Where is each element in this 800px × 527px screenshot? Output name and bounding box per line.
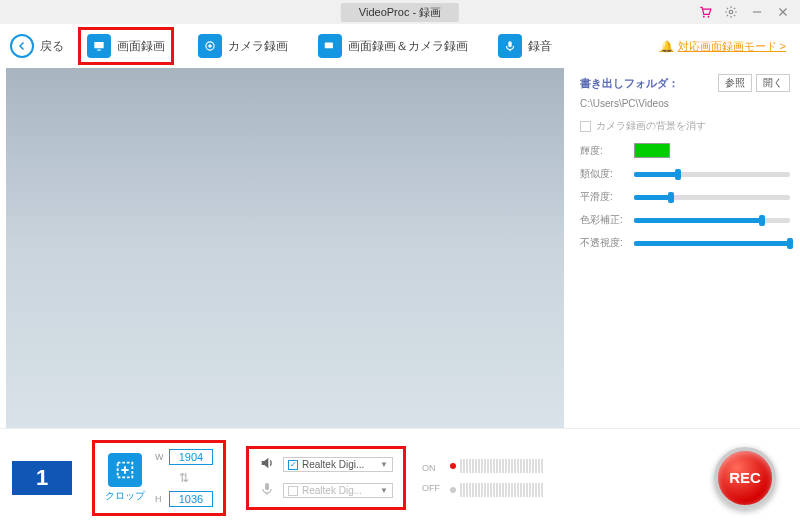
width-value[interactable]: 1904: [169, 449, 213, 465]
svg-rect-12: [508, 41, 512, 47]
crop-icon: [108, 453, 142, 487]
slider-row: 輝度:: [580, 143, 790, 158]
on-label: ON: [422, 463, 440, 473]
slider-label: 不透視度:: [580, 236, 626, 250]
checkbox-icon: [580, 121, 591, 132]
off-label: OFF: [422, 483, 440, 493]
speaker-checkbox-icon: ✓: [288, 460, 298, 470]
slider-label: 平滑度:: [580, 190, 626, 204]
browse-button[interactable]: 参照: [718, 74, 752, 92]
mic-device-label: Realtek Dig...: [302, 485, 380, 496]
main-area: 書き出しフォルダ： 参照 開く C:\Users\PC\Videos カメラ録画…: [0, 68, 800, 428]
svg-point-2: [729, 10, 733, 14]
crop-label: クロップ: [105, 489, 145, 503]
gear-icon[interactable]: [722, 3, 740, 21]
titlebar-controls: [696, 3, 800, 21]
mode-camera[interactable]: カメラ録画: [192, 27, 294, 65]
slider-track[interactable]: [634, 195, 790, 200]
onoff-labels: ON OFF: [422, 463, 440, 493]
minimize-icon[interactable]: [748, 3, 766, 21]
slider-label: 色彩補正:: [580, 213, 626, 227]
chevron-down-icon: ▼: [380, 460, 388, 469]
preview-canvas: [6, 68, 564, 428]
height-value[interactable]: 1036: [169, 491, 213, 507]
speaker-icon: [259, 455, 277, 475]
svg-point-1: [708, 16, 710, 18]
camera-icon: [198, 34, 222, 58]
both-icon: REC: [318, 34, 342, 58]
audio-icon: [498, 34, 522, 58]
close-icon[interactable]: [774, 3, 792, 21]
output-folder-title: 書き出しフォルダ：: [580, 76, 679, 91]
record-label: REC: [729, 469, 761, 486]
output-path: C:\Users\PC\Videos: [580, 98, 790, 109]
crop-button[interactable]: クロップ: [105, 453, 145, 503]
mode-label: 画面録画: [117, 38, 165, 55]
supported-modes-link[interactable]: 🔔 対応画面録画モード >: [660, 39, 786, 54]
mode-both[interactable]: REC画面録画＆カメラ録画: [312, 27, 474, 65]
back-label: 戻る: [40, 38, 64, 55]
svg-point-0: [703, 16, 705, 18]
svg-rect-6: [94, 42, 103, 48]
mode-label: 画面録画＆カメラ録画: [348, 38, 468, 55]
audio-section: ✓ Realtek Digi... ▼ Realtek Dig... ▼: [246, 446, 406, 510]
remove-bg-label: カメラ録画の背景を消す: [596, 119, 706, 133]
speaker-device-select[interactable]: ✓ Realtek Digi... ▼: [283, 457, 393, 472]
svg-rect-7: [97, 50, 101, 51]
link-wh-icon[interactable]: ⇅: [179, 471, 189, 485]
mic-device-select[interactable]: Realtek Dig... ▼: [283, 483, 393, 498]
svg-text:REC: REC: [325, 44, 333, 48]
bottom-bar: 1 クロップ W 1904 ⇅ H 1036 ✓ Realtek Digi...: [0, 428, 800, 526]
color-swatch[interactable]: [634, 143, 670, 158]
annotation-number: 1: [12, 461, 72, 495]
svg-point-9: [208, 44, 212, 48]
bell-icon: 🔔: [660, 40, 674, 53]
audio-levels: [450, 459, 543, 497]
mic-checkbox-icon: [288, 486, 298, 496]
titlebar: VideoProc - 録画: [0, 0, 800, 24]
height-key: H: [155, 494, 165, 504]
mode-screen[interactable]: 画面録画: [78, 27, 174, 65]
mode-audio[interactable]: 録音: [492, 27, 558, 65]
side-panel: 書き出しフォルダ： 参照 開く C:\Users\PC\Videos カメラ録画…: [570, 68, 800, 428]
mode-label: カメラ録画: [228, 38, 288, 55]
back-arrow-icon: [10, 34, 34, 58]
speaker-level: [450, 459, 543, 473]
open-button[interactable]: 開く: [756, 74, 790, 92]
width-key: W: [155, 452, 165, 462]
slider-row: 類似度:: [580, 167, 790, 181]
supported-modes-label: 対応画面録画モード >: [678, 39, 786, 54]
slider-track[interactable]: [634, 172, 790, 177]
slider-label: 輝度:: [580, 144, 626, 158]
slider-row: 色彩補正:: [580, 213, 790, 227]
window-title: VideoProc - 録画: [341, 3, 459, 22]
mode-toolbar: 戻る 画面録画カメラ録画REC画面録画＆カメラ録画録音 🔔 対応画面録画モード …: [0, 24, 800, 68]
slider-track[interactable]: [634, 218, 790, 223]
slider-row: 不透視度:: [580, 236, 790, 250]
slider-track[interactable]: [634, 241, 790, 246]
cart-icon[interactable]: [696, 3, 714, 21]
record-button[interactable]: REC: [714, 447, 776, 509]
slider-row: 平滑度:: [580, 190, 790, 204]
speaker-device-label: Realtek Digi...: [302, 459, 380, 470]
slider-label: 類似度:: [580, 167, 626, 181]
remove-bg-checkbox[interactable]: カメラ録画の背景を消す: [580, 119, 790, 133]
back-button[interactable]: 戻る: [10, 34, 64, 58]
screen-icon: [87, 34, 111, 58]
crop-section: クロップ W 1904 ⇅ H 1036: [92, 440, 226, 516]
mic-level: [450, 483, 543, 497]
chevron-down-icon: ▼: [380, 486, 388, 495]
mode-label: 録音: [528, 38, 552, 55]
mic-icon: [259, 481, 277, 501]
svg-rect-16: [265, 483, 269, 490]
